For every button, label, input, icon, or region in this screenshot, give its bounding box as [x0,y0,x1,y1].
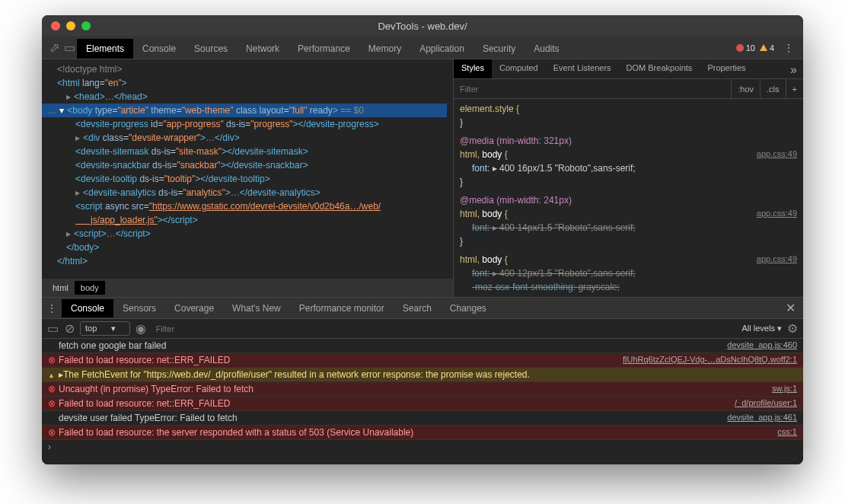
styles-panel: StylesComputedEvent ListenersDOM Breakpo… [453,59,803,297]
warning-count-badge[interactable]: 4 [760,43,774,53]
source-link[interactable]: /_d/profile/user:1 [727,398,797,409]
hov-toggle[interactable]: :hov [731,79,760,98]
window-controls [51,21,91,30]
drawer-tab-performance-monitor[interactable]: Performance monitor [290,299,394,317]
tab-elements[interactable]: Elements [77,39,133,59]
error-count-badge[interactable]: 10 [736,43,755,53]
drawer-menu-icon[interactable]: ⋮ [42,302,62,314]
more-tabs-icon[interactable]: » [784,59,803,78]
source-link[interactable]: css:1 [770,427,797,438]
tab-application[interactable]: Application [410,39,474,59]
drawer-tab-console[interactable]: Console [62,299,113,317]
drawer-tab-sensors[interactable]: Sensors [113,299,165,317]
main-tab-bar: ⬀ ▭ ElementsConsoleSourcesNetworkPerform… [42,37,803,59]
inspect-icon[interactable]: ⬀ [46,40,62,55]
titlebar: DevTools - web.dev/ [42,15,803,37]
styles-filter-input[interactable] [454,79,731,98]
show-console-sidebar-icon[interactable]: ▭ [46,323,59,335]
minimize-window-icon[interactable] [66,21,75,30]
tab-sources[interactable]: Sources [185,39,237,59]
styles-tab-event-listeners[interactable]: Event Listeners [546,59,619,78]
selected-dom-node[interactable]: … ▾<body type="article" theme="web-theme… [42,104,447,117]
tab-audits[interactable]: Audits [525,39,568,59]
styles-tab-properties[interactable]: Properties [700,59,753,78]
styles-tab-styles[interactable]: Styles [454,59,492,78]
source-link[interactable]: devsite_app.js:461 [719,413,797,423]
styles-tab-computed[interactable]: Computed [492,59,546,78]
drawer-tab-changes[interactable]: Changes [441,299,496,317]
console-output[interactable]: fetch one google bar faileddevsite_app.j… [42,339,803,464]
add-rule-icon[interactable]: + [786,79,803,98]
source-link[interactable]: app.css:49 [757,253,797,266]
breadcrumb: htmlbody [42,279,453,297]
styles-tab-dom-breakpoints[interactable]: DOM Breakpoints [619,59,700,78]
source-link[interactable]: flUhRq6tzZclQEJ-Vdg-…aDsNcIhQ8tQ.woff2:1 [615,355,797,365]
console-row[interactable]: Failed to load resource: the server resp… [42,426,803,440]
devtools-window: DevTools - web.dev/ ⬀ ▭ ElementsConsoleS… [42,15,803,464]
more-menu-icon[interactable]: ⋮ [779,42,799,54]
drawer-tab-search[interactable]: Search [394,299,441,317]
console-row[interactable]: Failed to load resource: net::ERR_FAILED… [42,353,803,368]
console-prompt[interactable]: › [42,440,803,454]
clear-console-icon[interactable]: ⊘ [63,323,75,335]
tab-console[interactable]: Console [133,39,185,59]
breadcrumb-html[interactable]: html [46,281,75,295]
tab-memory[interactable]: Memory [359,39,410,59]
close-window-icon[interactable] [51,21,60,30]
live-expression-icon[interactable]: ◉ [135,323,147,335]
console-row[interactable]: Uncaught (in promise) TypeError: Failed … [42,382,803,397]
breadcrumb-body[interactable]: body [75,281,105,295]
context-select[interactable]: top ▾ [80,321,130,336]
console-toolbar: ▭ ⊘ top ▾ ◉ All levels ▾ ⚙ [42,319,803,339]
source-link[interactable]: app.css:49 [757,207,797,220]
drawer-tab-what-s-new[interactable]: What's New [223,299,290,317]
window-title: DevTools - web.dev/ [378,21,467,32]
elements-panel: <!doctype html> <html lang="en"> ▸<head>… [42,59,453,297]
device-toggle-icon[interactable]: ▭ [62,40,77,55]
drawer-tab-coverage[interactable]: Coverage [165,299,223,317]
close-drawer-icon[interactable]: ✕ [778,301,803,315]
dom-tree[interactable]: <!doctype html> <html lang="en"> ▸<head>… [42,59,453,279]
console-row[interactable]: ▸The FetchEvent for "https://web.dev/_d/… [42,368,803,382]
console-filter-input[interactable] [151,323,738,335]
tab-security[interactable]: Security [474,39,525,59]
source-link[interactable]: app.css:49 [757,148,797,161]
log-level-select[interactable]: All levels ▾ [742,324,782,333]
source-link[interactable]: devsite_app.js:460 [719,340,797,351]
maximize-window-icon[interactable] [81,21,91,30]
cls-toggle[interactable]: .cls [760,79,786,98]
source-link[interactable]: sw.js:1 [764,384,797,394]
styles-rules[interactable]: element.style {}@media (min-width: 321px… [454,99,803,297]
console-drawer: ⋮ ConsoleSensorsCoverageWhat's NewPerfor… [42,297,803,464]
console-row[interactable]: fetch one google bar faileddevsite_app.j… [42,339,803,353]
console-row[interactable]: devsite user failed TypeError: Failed to… [42,411,803,426]
console-row[interactable]: Failed to load resource: net::ERR_FAILED… [42,397,803,411]
tab-network[interactable]: Network [237,39,289,59]
console-settings-icon[interactable]: ⚙ [786,323,799,335]
tab-performance[interactable]: Performance [289,39,359,59]
